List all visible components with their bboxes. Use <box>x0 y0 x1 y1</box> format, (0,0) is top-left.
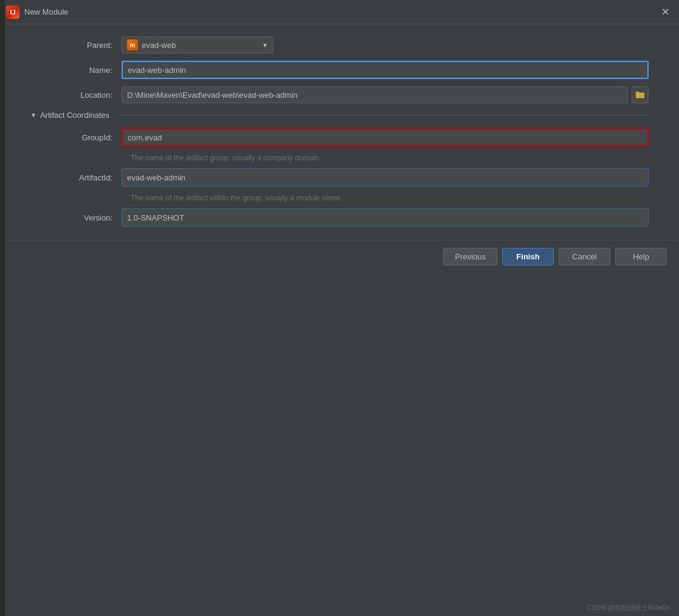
location-row: Location: D:\Mine\Maven\Evad\evad-web\ev… <box>30 86 649 103</box>
groupid-row: GroupId: <box>30 128 649 146</box>
version-label: Version: <box>30 213 122 222</box>
groupid-input[interactable] <box>122 128 649 146</box>
previous-button[interactable]: Previous <box>443 248 497 265</box>
groupid-hint: The name of the artifact group, usually … <box>131 154 649 162</box>
close-icon: ✕ <box>661 6 669 18</box>
collapse-arrow-icon[interactable]: ▼ <box>30 112 36 118</box>
sidebar-indicator <box>0 0 5 616</box>
groupid-control-wrap <box>122 128 649 146</box>
dialog-title: New Module <box>24 7 68 16</box>
version-control-wrap <box>122 208 649 227</box>
artifactid-row: ArtifactId: <box>30 168 649 187</box>
section-divider <box>118 115 649 115</box>
version-row: Version: <box>30 208 649 227</box>
finish-button[interactable]: Finish <box>502 248 554 265</box>
parent-row: Parent: m evad-web ▼ <box>30 36 649 53</box>
location-display: D:\Mine\Maven\Evad\evad-web\evad-web-adm… <box>122 86 628 103</box>
parent-label: Parent: <box>30 41 122 50</box>
artifactid-control-wrap <box>122 168 649 187</box>
browse-folder-button[interactable] <box>632 86 649 103</box>
groupid-label: GroupId: <box>30 133 122 142</box>
artifactid-label: ArtifactId: <box>30 173 122 182</box>
watermark: CSDN @加把劲骑士RideOn <box>587 603 670 612</box>
help-button[interactable]: Help <box>615 248 667 265</box>
app-icon: IJ <box>6 5 19 19</box>
title-bar: IJ New Module ✕ <box>0 0 679 24</box>
dialog-overlay: IJ New Module ✕ Parent: m evad-web ▼ <box>0 0 679 616</box>
maven-module-icon: m <box>127 39 138 50</box>
folder-icon <box>635 91 645 99</box>
artifactid-input[interactable] <box>122 168 649 187</box>
dialog-content: Parent: m evad-web ▼ Name: Location: <box>0 24 679 240</box>
version-input[interactable] <box>122 208 649 227</box>
close-button[interactable]: ✕ <box>658 5 672 19</box>
title-bar-left: IJ New Module <box>6 5 68 19</box>
cancel-button[interactable]: Cancel <box>559 248 610 265</box>
name-label: Name: <box>30 66 122 75</box>
artifactid-hint: The name of the artifact within the grou… <box>131 194 649 202</box>
parent-dropdown[interactable]: m evad-web ▼ <box>122 36 274 53</box>
artifact-section-header: ▼ Artifact Coordinates <box>30 111 649 120</box>
parent-dropdown-text: evad-web <box>142 41 258 50</box>
name-input[interactable] <box>122 61 649 79</box>
parent-control-wrap: m evad-web ▼ <box>122 36 649 53</box>
dropdown-arrow-icon: ▼ <box>262 42 268 49</box>
name-row: Name: <box>30 61 649 79</box>
dialog-footer: Previous Finish Cancel Help <box>0 240 679 273</box>
location-label: Location: <box>30 91 122 100</box>
artifact-section-title: Artifact Coordinates <box>40 111 109 120</box>
location-control-wrap: D:\Mine\Maven\Evad\evad-web\evad-web-adm… <box>122 86 649 103</box>
name-control-wrap <box>122 61 649 79</box>
